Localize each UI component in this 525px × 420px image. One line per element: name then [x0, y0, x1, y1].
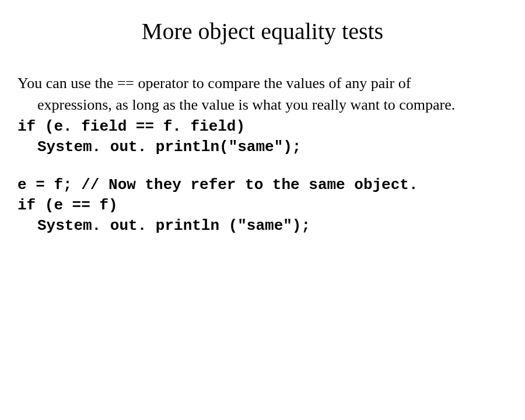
code-block-1-line-2: System. out. println("same"); — [18, 137, 508, 158]
intro-line-2: expressions, as long as the value is wha… — [18, 96, 508, 115]
code-block-1-line-1: if (e. field == f. field) — [18, 117, 508, 137]
code-block-2: e = f; // Now they refer to the same obj… — [18, 175, 508, 236]
code-block-2-line-3: System. out. println ("same"); — [18, 216, 508, 236]
code-block-2-line-1: e = f; // Now they refer to the same obj… — [18, 175, 508, 195]
intro-block: You can use the == operator to compare t… — [18, 74, 508, 158]
slide: More object equality tests You can use t… — [0, 0, 525, 271]
slide-title: More object equality tests — [18, 18, 508, 45]
intro-line-1: You can use the == operator to compare t… — [18, 74, 508, 93]
code-block-2-line-2: if (e == f) — [18, 195, 508, 216]
